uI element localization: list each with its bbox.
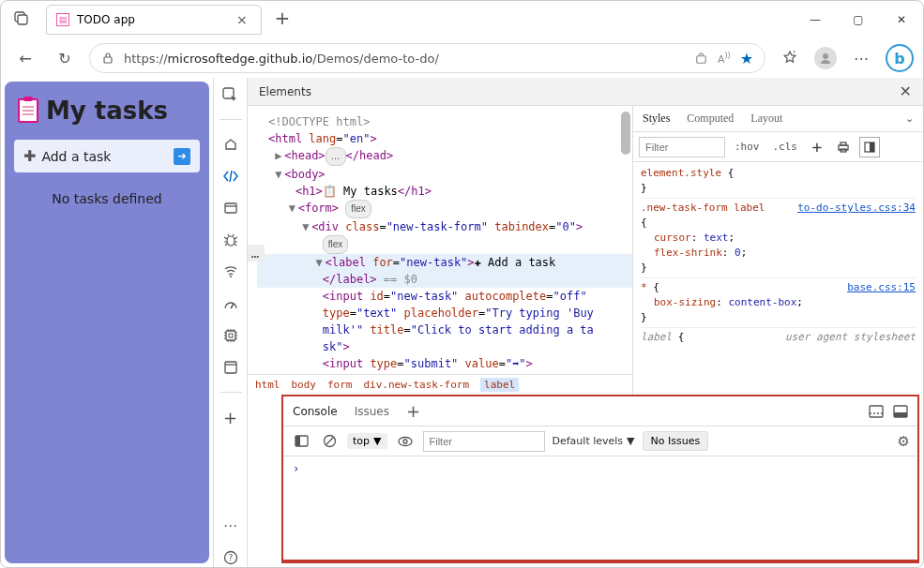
svg-line-29 — [326, 437, 333, 444]
svg-rect-6 — [225, 203, 236, 213]
performance-icon[interactable] — [221, 294, 240, 313]
window-titlebar: ▤ TODO app × + — ▢ ✕ — [1, 1, 923, 38]
refresh-button[interactable]: ↻ — [50, 43, 80, 73]
empty-state: No tasks defined — [14, 191, 200, 206]
bug-icon[interactable] — [221, 231, 240, 249]
styles-pane: Styles Computed Layout ⌄ :hov .cls + — [632, 106, 923, 395]
more-tools-icon[interactable]: ⋯ — [221, 516, 240, 535]
svg-point-4 — [823, 53, 828, 59]
layout-tab[interactable]: Layout — [750, 112, 782, 126]
computed-tab[interactable]: Computed — [687, 112, 734, 126]
no-issues-button[interactable]: No Issues — [643, 431, 709, 451]
clipboard-icon — [18, 98, 38, 123]
console-prompt: › — [293, 462, 299, 475]
inspect-mode-icon[interactable] — [221, 85, 240, 104]
hov-toggle[interactable]: :hov — [731, 141, 764, 153]
memory-icon[interactable] — [221, 326, 240, 345]
computed-toggle-icon[interactable] — [859, 137, 880, 157]
dom-breadcrumb[interactable]: html body form div.new-task-form label — [248, 374, 632, 395]
svg-point-30 — [399, 437, 412, 445]
sources-tool-icon[interactable] — [221, 199, 240, 217]
console-settings-icon[interactable]: ⚙ — [898, 433, 910, 450]
expand-drawer-icon[interactable] — [893, 405, 908, 418]
svg-rect-27 — [295, 436, 300, 446]
cls-toggle[interactable]: .cls — [769, 141, 802, 153]
context-selector[interactable]: top ▼ — [347, 433, 387, 449]
dock-icon[interactable] — [869, 405, 884, 418]
tab-actions-icon[interactable] — [8, 5, 35, 31]
tab-title: TODO app — [77, 13, 229, 26]
clear-console-icon[interactable] — [319, 431, 340, 452]
devtools-close-icon[interactable]: ✕ — [900, 82, 912, 100]
drawer-tabs: Console Issues + — [283, 396, 917, 426]
site-lock-icon[interactable] — [101, 52, 114, 65]
issues-tab[interactable]: Issues — [355, 405, 389, 418]
welcome-icon[interactable] — [221, 135, 240, 154]
add-task-label: Add a task — [41, 149, 111, 164]
plus-icon: ✚ — [23, 147, 36, 165]
add-drawer-tab-icon[interactable]: + — [406, 401, 420, 421]
console-body[interactable]: › — [283, 456, 917, 560]
elements-tab[interactable]: Elements — [259, 85, 311, 98]
browser-toolbar: ← ↻ https://microsoftedge.github.io/Demo… — [1, 38, 923, 78]
styles-rules[interactable]: element.style { } to-do-styles.css:34.ne… — [633, 162, 923, 395]
svg-rect-3 — [697, 55, 705, 63]
svg-point-31 — [403, 440, 407, 443]
submit-task-button[interactable]: ➔ — [174, 148, 190, 165]
add-task-input[interactable]: ✚ Add a task ➔ — [14, 140, 200, 172]
address-bar[interactable]: https://microsoftedge.github.io/Demos/de… — [89, 43, 765, 73]
maximize-button[interactable]: ▢ — [837, 5, 880, 35]
svg-text:?: ? — [228, 553, 233, 562]
overflow-dots-icon: … — [248, 245, 265, 262]
styles-tabs: Styles Computed Layout ⌄ — [633, 106, 923, 132]
favorite-star-icon[interactable]: ★ — [740, 50, 753, 67]
chevron-down-icon[interactable]: ⌄ — [905, 112, 914, 125]
live-expression-icon[interactable] — [395, 431, 416, 452]
svg-rect-18 — [841, 142, 846, 145]
network-icon[interactable] — [221, 262, 240, 281]
styles-filter-input[interactable] — [639, 137, 725, 157]
help-icon[interactable]: ? — [221, 548, 240, 567]
svg-rect-11 — [226, 331, 235, 340]
styles-tab[interactable]: Styles — [643, 112, 670, 126]
app-title: My tasks — [18, 97, 200, 125]
svg-line-10 — [231, 304, 234, 308]
scrollbar[interactable] — [621, 112, 630, 155]
new-rule-icon[interactable]: + — [807, 137, 827, 157]
elements-tool-icon[interactable] — [221, 167, 240, 186]
stylesheet-link[interactable]: to-do-styles.css:34 — [797, 201, 916, 216]
minimize-button[interactable]: — — [794, 5, 837, 35]
dom-tree[interactable]: … <!DOCTYPE html> <html lang="en"> ▶<hea… — [248, 106, 632, 374]
log-levels-selector[interactable]: Default levels ▼ — [553, 435, 635, 447]
url-text: https://microsoftedge.github.io/Demos/de… — [124, 52, 685, 66]
devtools-main-tabs: Elements ✕ — [248, 78, 923, 106]
svg-point-8 — [227, 236, 235, 246]
close-button[interactable]: ✕ — [880, 5, 923, 35]
browser-tab[interactable]: ▤ TODO app × — [46, 5, 262, 35]
print-icon[interactable] — [833, 137, 854, 157]
console-tab[interactable]: Console — [293, 405, 338, 418]
svg-rect-2 — [104, 57, 112, 63]
favorites-icon[interactable] — [775, 43, 805, 73]
tab-close-icon[interactable]: × — [236, 12, 251, 27]
shopping-icon[interactable] — [694, 52, 708, 66]
stylesheet-link[interactable]: base.css:15 — [847, 280, 916, 295]
add-tool-icon[interactable]: + — [221, 408, 240, 426]
sidebar-toggle-icon[interactable] — [291, 431, 311, 452]
read-aloud-icon[interactable]: A)) — [718, 52, 731, 66]
application-icon[interactable] — [221, 358, 240, 377]
svg-point-9 — [230, 276, 232, 277]
profile-avatar[interactable] — [814, 47, 837, 69]
console-drawer: Console Issues + top ▼ — [281, 395, 919, 563]
tab-favicon-icon: ▤ — [56, 13, 69, 26]
svg-rect-12 — [229, 334, 233, 337]
new-tab-button[interactable]: + — [269, 5, 295, 31]
back-button[interactable]: ← — [10, 43, 40, 73]
menu-button[interactable]: ⋯ — [846, 43, 876, 73]
console-toolbar: top ▼ Default levels ▼ No Issues ⚙ — [283, 426, 917, 456]
console-filter-input[interactable] — [423, 431, 545, 452]
svg-rect-22 — [870, 406, 883, 417]
svg-rect-1 — [18, 15, 27, 24]
svg-rect-13 — [225, 362, 236, 373]
bing-button[interactable]: b — [886, 44, 914, 72]
